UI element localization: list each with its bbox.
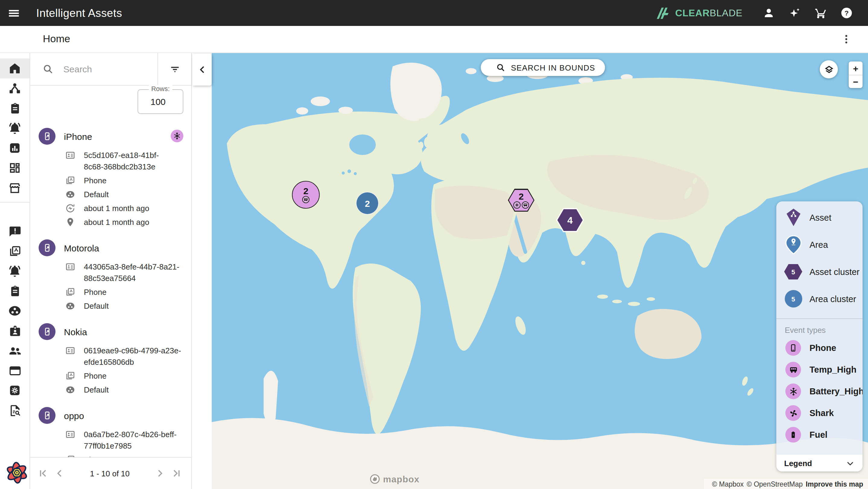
dashboard-icon: [8, 162, 21, 174]
area-pin-icon: [785, 235, 801, 254]
asset-avatar: [39, 239, 56, 256]
asset-id-row: 5c5d1067-ea18-41bf-8c68-368bdc2b313e: [65, 150, 191, 172]
settings-icon: [8, 384, 21, 397]
legend-label: Area cluster: [809, 294, 856, 303]
sidebar-item-users[interactable]: [0, 341, 30, 361]
world-map: [212, 53, 868, 489]
rows-value[interactable]: 100: [138, 90, 183, 113]
sidebar-item-asset-types[interactable]: [0, 78, 30, 98]
sidebar-item-dashboards[interactable]: [0, 158, 30, 178]
map-canvas[interactable]: SEARCH IN BOUNDS + − 2 2 2: [212, 53, 868, 489]
area-cluster-marker[interactable]: 2: [356, 192, 379, 215]
group-icon: [65, 301, 75, 311]
legend-item-asset-cluster: 5 Asset cluster: [776, 258, 863, 285]
people-icon: [7, 344, 22, 358]
search-in-bounds-button[interactable]: SEARCH IN BOUNDS: [481, 59, 605, 76]
sidebar-item-image-library[interactable]: [0, 241, 30, 261]
sidebar-item-operators[interactable]: [0, 321, 30, 341]
bell-alert-icon: [8, 121, 22, 135]
asset-group-row: Default: [65, 189, 191, 200]
list-item-nokia[interactable]: Nokia 0619eae9-c96b-4799-a23e-efde165806…: [39, 323, 191, 395]
sidebar-item-assignments[interactable]: [0, 98, 30, 118]
cluster-count: 2: [365, 199, 370, 208]
event-badge-battery-high[interactable]: [171, 130, 183, 142]
sidebar-item-groups[interactable]: [0, 301, 30, 321]
sidebar-item-feedback[interactable]: [0, 221, 30, 241]
asset-id: 5c5d1067-ea18-41bf-8c68-368bdc2b313e: [84, 150, 159, 172]
zoom-out-button[interactable]: −: [849, 75, 863, 88]
legend-footer-label: Legend: [784, 459, 812, 467]
collapse-panel-button[interactable]: [192, 54, 212, 86]
search-icon: [496, 63, 505, 72]
ai-assist-button[interactable]: [782, 0, 808, 26]
filter-button[interactable]: [158, 53, 191, 85]
event-cluster-marker[interactable]: 2: [292, 181, 320, 208]
smartphone-icon: [785, 340, 801, 356]
legend-label: Fuel: [809, 430, 828, 439]
next-page-button[interactable]: [151, 465, 168, 482]
sparkle-icon: [788, 7, 801, 19]
groups-icon: [8, 304, 22, 318]
asset-type-row: Phone: [65, 454, 191, 457]
list-item-iphone[interactable]: iPhone 5c5d1067-ea18-41bf-8c68-368bdc2b3…: [39, 128, 191, 228]
legend-label: Asset cluster: [809, 267, 860, 276]
sidebar-item-rule-types[interactable]: [0, 281, 30, 301]
last-page-button[interactable]: [168, 465, 185, 482]
sidebar-item-home[interactable]: [0, 59, 30, 78]
asset-name: Motorola: [64, 243, 99, 253]
attribution-improve-link[interactable]: Improve this map: [806, 480, 863, 488]
cluster-count: 4: [567, 216, 573, 225]
update-icon: [65, 203, 75, 214]
legend-toggle[interactable]: Legend: [776, 455, 863, 471]
sidebar-item-reports[interactable]: [0, 138, 30, 158]
page-options-button[interactable]: [840, 33, 852, 45]
sidebar-item-billing[interactable]: [0, 361, 30, 381]
sidebar-item-audit-logs[interactable]: [0, 400, 30, 420]
clipboard-icon: [8, 284, 22, 298]
store-icon: [8, 181, 22, 195]
id-card-icon: [65, 262, 75, 272]
legend-event-shark: Shark: [776, 402, 863, 424]
list-item-motorola[interactable]: Motorola 443065a3-8efe-44b7-8a21-88c53ea…: [39, 239, 191, 312]
search-input[interactable]: [63, 64, 157, 74]
asset-type-icon: [65, 371, 75, 381]
zoom-in-button[interactable]: +: [849, 62, 863, 75]
filter-icon: [168, 63, 181, 75]
sidebar-item-alert-types[interactable]: [0, 261, 30, 281]
rows-field[interactable]: Rows: 100: [137, 89, 183, 114]
mapbox-wordmark: mapbox: [383, 474, 420, 484]
nav-rail: [0, 53, 30, 489]
group-icon: [65, 385, 75, 395]
id-card-icon: [65, 346, 75, 356]
list-item-oppo[interactable]: oppo 0a6a7be2-807c-4b26-beff-77ff0b1e798…: [39, 407, 191, 457]
sidebar-item-alerts[interactable]: [0, 118, 30, 138]
attribution-mapbox[interactable]: © Mapbox: [712, 480, 744, 488]
asset-located-row: about 1 month ago: [65, 217, 191, 228]
logo-text-clear: CLEAR: [675, 7, 710, 19]
event-types-heading: Event types: [776, 323, 863, 337]
asset-group-row: Default: [65, 300, 191, 312]
first-page-button[interactable]: [34, 465, 51, 482]
location-pin-icon: [65, 217, 75, 227]
asset-type: Phone: [84, 370, 106, 382]
page-header: Home: [0, 26, 868, 53]
asset-type: Phone: [84, 175, 106, 186]
bus-icon: [302, 196, 309, 203]
image-library-icon: [8, 244, 22, 258]
hamburger-menu-button[interactable]: [0, 0, 28, 26]
account-button[interactable]: [756, 0, 782, 26]
map-style-button[interactable]: [820, 60, 838, 78]
legend-label: Area: [809, 240, 828, 249]
devtools-toggle-button[interactable]: [4, 460, 30, 485]
asset-avatar: [39, 407, 56, 424]
help-button[interactable]: ?: [834, 0, 860, 26]
marketplace-cart-button[interactable]: [808, 0, 834, 26]
attribution-osm[interactable]: © OpenStreetMap: [747, 480, 803, 488]
sidebar-item-settings[interactable]: [0, 381, 30, 400]
sidebar-item-marketplace[interactable]: [0, 178, 30, 198]
mapbox-logo[interactable]: mapbox: [369, 473, 420, 485]
asset-id-row: 0a6a7be2-807c-4b26-beff-77ff0b1e7985: [65, 429, 191, 452]
area-cluster-icon: 5: [784, 290, 802, 307]
account-icon: [763, 7, 775, 19]
prev-page-button[interactable]: [51, 465, 68, 482]
